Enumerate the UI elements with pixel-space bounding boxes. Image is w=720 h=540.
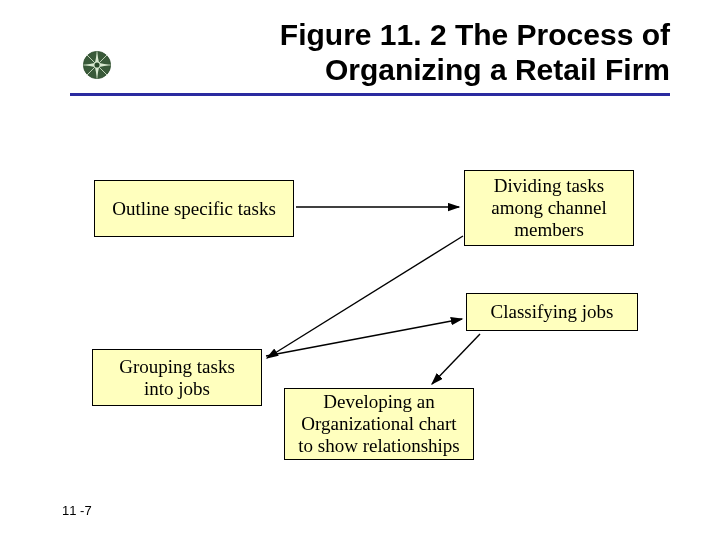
box-label: Classifying jobs — [491, 301, 614, 323]
slide: Figure 11. 2 The Process of Organizing a… — [0, 0, 720, 540]
svg-line-9 — [267, 236, 463, 358]
box-label: Developing an Organizational chart to sh… — [295, 391, 463, 457]
slide-title: Figure 11. 2 The Process of Organizing a… — [70, 0, 670, 96]
box-dividing-tasks: Dividing tasks among channel members — [464, 170, 634, 246]
page-number: 11 -7 — [62, 503, 92, 518]
box-outline-tasks: Outline specific tasks — [94, 180, 294, 237]
box-grouping-tasks: Grouping tasks into jobs — [92, 349, 262, 406]
title-line-2: Organizing a Retail Firm — [325, 53, 670, 86]
svg-point-7 — [94, 62, 99, 67]
box-classifying-jobs: Classifying jobs — [466, 293, 638, 331]
compass-icon — [80, 48, 114, 82]
svg-line-10 — [266, 319, 462, 356]
box-label: Outline specific tasks — [112, 198, 276, 220]
box-label: Grouping tasks into jobs — [103, 356, 251, 400]
svg-line-11 — [432, 334, 480, 384]
title-line-1: Figure 11. 2 The Process of — [280, 18, 670, 51]
box-label: Dividing tasks among channel members — [475, 175, 623, 241]
box-developing-chart: Developing an Organizational chart to sh… — [284, 388, 474, 460]
